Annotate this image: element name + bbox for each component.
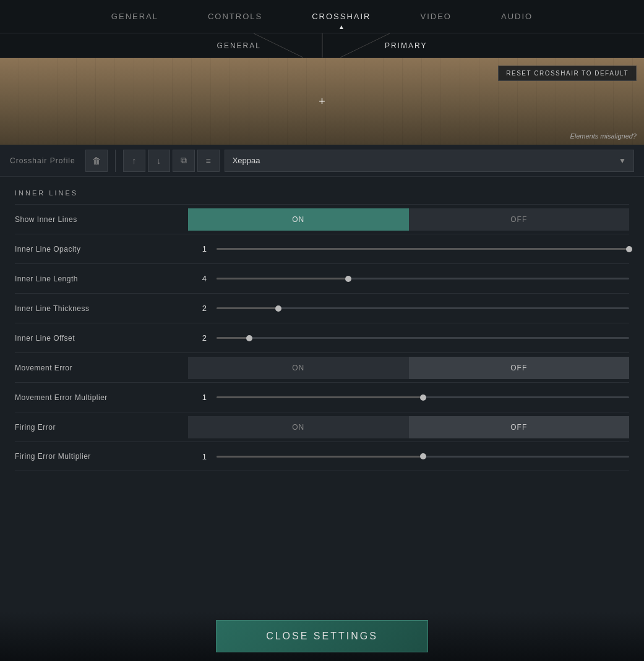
firing-error-row: Firing Error On Off	[15, 412, 629, 441]
inner-line-length-track[interactable]	[217, 278, 629, 279]
firing-error-multiplier-value: 1	[188, 452, 207, 461]
download-profile-button[interactable]: ↓	[148, 150, 170, 172]
crosshair-symbol: +	[319, 95, 325, 108]
firing-error-off[interactable]: Off	[409, 416, 630, 438]
inner-line-offset-row: Inner Line Offset 2	[15, 323, 629, 352]
show-inner-lines-toggle: On Off	[188, 208, 629, 231]
inner-line-offset-thumb[interactable]	[246, 335, 252, 341]
inner-line-offset-fill	[217, 337, 249, 339]
firing-error-on[interactable]: On	[188, 416, 409, 438]
sub-nav: GENERAL PRIMARY	[0, 33, 644, 58]
crosshair-profile-bar: Crosshair Profile 🗑 ↑ ↓ ⧉ ≡ Xeppaa ▼	[0, 145, 644, 177]
movement-error-multiplier-value: 1	[188, 393, 207, 402]
firing-error-multiplier-thumb[interactable]	[420, 453, 426, 459]
movement-error-multiplier-slider-group: 1	[188, 393, 629, 402]
misaligned-text: Elements misaligned?	[570, 132, 637, 140]
movement-error-multiplier-row: Movement Error Multiplier 1	[15, 382, 629, 412]
inner-line-length-fill	[217, 278, 348, 279]
movement-error-multiplier-fill	[217, 396, 423, 398]
firing-error-multiplier-slider-group: 1	[188, 452, 629, 461]
svg-line-0	[254, 33, 303, 58]
show-inner-lines-label: Show Inner Lines	[15, 215, 188, 224]
inner-line-length-row: Inner Line Length 4	[15, 263, 629, 293]
dropdown-arrow-icon: ▼	[619, 156, 626, 165]
svg-line-1	[340, 33, 390, 58]
movement-error-toggle: On Off	[188, 357, 629, 379]
icon-divider	[115, 150, 116, 172]
inner-line-length-slider-group: 4	[188, 274, 629, 283]
profile-dropdown[interactable]: Xeppaa ▼	[225, 150, 634, 172]
inner-line-thickness-label: Inner Line Thickness	[15, 304, 188, 313]
firing-error-toggle: On Off	[188, 416, 629, 438]
inner-line-opacity-thumb[interactable]	[626, 246, 632, 252]
show-inner-lines-off[interactable]: Off	[409, 208, 630, 231]
inner-line-opacity-value: 1	[188, 244, 207, 254]
close-settings-button[interactable]: CLOSE SETTINGS	[216, 620, 428, 652]
crosshair-preview: + RESET CROSSHAIR TO DEFAULT Elements mi…	[0, 58, 644, 145]
inner-line-opacity-fill	[217, 248, 629, 250]
show-inner-lines-row: Show Inner Lines On Off	[15, 204, 629, 234]
sub-nav-primary[interactable]: PRIMARY	[385, 41, 427, 50]
firing-error-multiplier-label: Firing Error Multiplier	[15, 452, 188, 461]
firing-error-multiplier-track[interactable]	[217, 456, 629, 458]
top-nav: GENERAL CONTROLS CROSSHAIR VIDEO AUDIO	[0, 0, 644, 33]
inner-line-thickness-slider-group: 2	[188, 304, 629, 313]
inner-line-length-value: 4	[188, 274, 207, 283]
movement-error-multiplier-thumb[interactable]	[420, 394, 426, 401]
nav-active-dot	[340, 25, 343, 29]
inner-line-opacity-row: Inner Line Opacity 1	[15, 234, 629, 263]
nav-general[interactable]: GENERAL	[105, 0, 165, 33]
inner-line-thickness-value: 2	[188, 304, 207, 313]
reset-crosshair-button[interactable]: RESET CROSSHAIR TO DEFAULT	[498, 66, 637, 81]
copy-profile-button[interactable]: ⧉	[173, 150, 195, 172]
inner-line-offset-label: Inner Line Offset	[15, 334, 188, 343]
settings-content: INNER LINES Show Inner Lines On Off Inne…	[0, 177, 644, 612]
bottom-bar: CLOSE SETTINGS	[0, 612, 644, 661]
movement-error-multiplier-track[interactable]	[217, 396, 629, 398]
profile-label: Crosshair Profile	[10, 156, 75, 165]
inner-line-offset-track[interactable]	[217, 337, 629, 339]
inner-line-offset-slider-group: 2	[188, 333, 629, 343]
movement-error-off[interactable]: Off	[409, 357, 630, 379]
inner-line-thickness-track[interactable]	[217, 307, 629, 309]
movement-error-label: Movement Error	[15, 364, 188, 372]
profile-name: Xeppaa	[233, 156, 260, 165]
list-profile-button[interactable]: ≡	[197, 150, 220, 172]
inner-line-opacity-label: Inner Line Opacity	[15, 245, 188, 254]
inner-line-offset-value: 2	[188, 333, 207, 343]
sub-nav-general[interactable]: GENERAL	[217, 41, 261, 50]
firing-error-label: Firing Error	[15, 423, 188, 432]
movement-error-row: Movement Error On Off	[15, 352, 629, 382]
firing-error-multiplier-fill	[217, 456, 423, 458]
delete-profile-button[interactable]: 🗑	[85, 150, 108, 172]
inner-line-thickness-row: Inner Line Thickness 2	[15, 293, 629, 323]
inner-line-thickness-fill	[217, 307, 278, 309]
nav-audio[interactable]: AUDIO	[495, 0, 539, 33]
upload-profile-button[interactable]: ↑	[123, 150, 145, 172]
nav-controls[interactable]: CONTROLS	[202, 0, 268, 33]
inner-line-length-label: Inner Line Length	[15, 275, 188, 283]
nav-crosshair[interactable]: CROSSHAIR	[306, 0, 377, 33]
nav-video[interactable]: VIDEO	[414, 0, 458, 33]
movement-error-multiplier-label: Movement Error Multiplier	[15, 393, 188, 402]
profile-icons: 🗑 ↑ ↓ ⧉ ≡	[85, 150, 220, 172]
movement-error-on[interactable]: On	[188, 357, 409, 379]
show-inner-lines-on[interactable]: On	[188, 208, 409, 231]
firing-error-multiplier-row: Firing Error Multiplier 1	[15, 441, 629, 471]
inner-line-opacity-slider-group: 1	[188, 244, 629, 254]
inner-line-opacity-track[interactable]	[217, 248, 629, 250]
inner-line-thickness-thumb[interactable]	[275, 305, 281, 312]
inner-line-length-thumb[interactable]	[345, 276, 351, 282]
inner-lines-section-title: INNER LINES	[15, 189, 629, 197]
